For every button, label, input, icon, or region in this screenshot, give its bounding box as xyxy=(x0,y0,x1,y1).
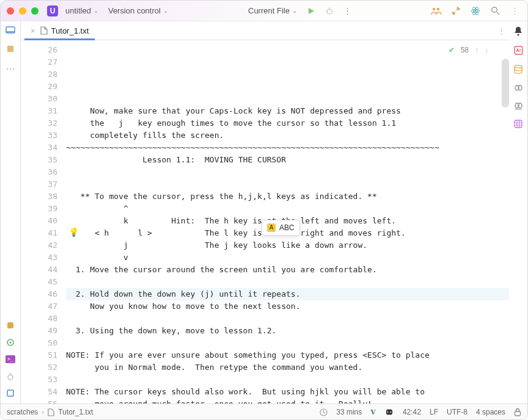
code-line[interactable] xyxy=(66,374,509,386)
ide-settings-icon[interactable] xyxy=(449,4,463,18)
copilot-chat-icon[interactable] xyxy=(514,102,523,110)
session-time[interactable]: 33 mins xyxy=(336,408,362,416)
intention-bulb-icon[interactable]: 💡 xyxy=(68,226,79,238)
code-line[interactable] xyxy=(66,276,509,288)
breadcrumb[interactable]: scratches › Tutor_1.txt xyxy=(7,408,93,416)
vertical-scrollbar[interactable] xyxy=(502,59,509,107)
database-tool-icon[interactable] xyxy=(514,65,522,74)
debug-button[interactable] xyxy=(323,4,336,18)
code-line[interactable] xyxy=(66,337,509,349)
clock-icon xyxy=(320,408,328,416)
project-badge[interactable]: U xyxy=(47,5,58,16)
next-problem-icon[interactable]: ↓ xyxy=(485,44,488,56)
svg-rect-22 xyxy=(7,390,13,396)
svg-text:>_: >_ xyxy=(7,357,13,362)
code-line[interactable]: Now you know how to move to the next les… xyxy=(66,300,509,313)
code-line[interactable]: NOTE: The cursor keys should also work. … xyxy=(66,386,509,398)
run-button[interactable] xyxy=(304,4,318,18)
code-line[interactable] xyxy=(66,166,509,178)
svg-point-23 xyxy=(518,34,519,36)
line-separator[interactable]: LF xyxy=(430,408,438,416)
code-line[interactable]: you in Normal mode. Then retype the comm… xyxy=(66,361,509,374)
main-menu-icon[interactable]: ⋮ xyxy=(508,4,521,18)
readonly-lock-icon[interactable] xyxy=(514,408,521,416)
code-line[interactable]: move around much faster, once you get us… xyxy=(66,398,509,404)
indent-settings[interactable]: 4 spaces xyxy=(476,408,505,416)
debug-tool-icon[interactable] xyxy=(6,372,15,380)
code-line[interactable]: 2. Hold down the down key (j) until it r… xyxy=(66,288,509,300)
code-line[interactable]: ^ xyxy=(66,203,509,215)
prev-problem-icon[interactable]: ↑ xyxy=(475,44,479,56)
breadcrumb-file: Tutor_1.txt xyxy=(58,408,93,416)
services-tool-icon[interactable] xyxy=(6,321,15,330)
vim-mode-icon[interactable]: V xyxy=(370,408,376,417)
caret-position[interactable]: 42:42 xyxy=(403,408,421,416)
file-tab-label: Tutor_1.txt xyxy=(51,26,89,35)
code-line[interactable]: completely fills the screen. xyxy=(66,129,509,142)
code-line[interactable]: j The j key looks like a down arrow. xyxy=(66,239,509,252)
svg-rect-15 xyxy=(7,322,13,328)
left-tool-strip: ⋯ >_ xyxy=(1,21,21,404)
copilot-status-icon[interactable] xyxy=(384,408,394,416)
run-config-label: Current File xyxy=(248,6,290,15)
svg-point-39 xyxy=(387,411,388,413)
code-line[interactable]: the j key enough times to move the curso… xyxy=(66,117,509,129)
code-line[interactable] xyxy=(66,313,509,325)
problems-tool-icon[interactable] xyxy=(6,389,15,397)
svg-point-25 xyxy=(515,65,522,68)
svg-rect-31 xyxy=(515,120,522,128)
sciview-icon[interactable] xyxy=(514,120,522,128)
completion-hint-popup[interactable]: AABC xyxy=(262,220,300,236)
code-line[interactable] xyxy=(66,93,509,105)
code-area[interactable]: ✔︎ 58 ↑ ↓ Now, make sure that your Caps-… xyxy=(66,40,509,404)
code-line[interactable]: 1. Move the cursor around the screen unt… xyxy=(66,264,509,276)
chevron-down-icon: ⌄ xyxy=(163,7,168,14)
tab-options-icon[interactable]: ⋮ xyxy=(497,26,505,35)
hint-icon: A xyxy=(267,223,276,232)
ai-assistant-icon[interactable] xyxy=(469,4,482,18)
zoom-window[interactable] xyxy=(31,7,38,15)
svg-point-5 xyxy=(437,7,439,10)
breadcrumb-separator-icon: › xyxy=(42,408,44,416)
more-actions-button[interactable]: ⋮ xyxy=(341,4,354,18)
project-name: untitled xyxy=(65,6,91,15)
code-line[interactable]: Now, make sure that your Caps-Lock key i… xyxy=(66,105,509,117)
run-config-selector[interactable]: Current File ⌄ xyxy=(246,6,299,15)
code-line[interactable]: NOTE: If you are ever unsure about somet… xyxy=(66,349,509,361)
code-line[interactable] xyxy=(66,178,509,190)
minimize-window[interactable] xyxy=(19,7,26,15)
svg-rect-41 xyxy=(515,411,521,416)
terminal-tool-icon[interactable]: >_ xyxy=(6,355,15,363)
close-tab-icon[interactable]: × xyxy=(31,26,35,35)
right-tool-strip xyxy=(509,21,527,404)
code-line[interactable]: 3. Using the down key, move to lesson 1.… xyxy=(66,325,509,337)
notifications-icon[interactable] xyxy=(514,26,522,36)
close-window[interactable] xyxy=(7,7,14,15)
ide-window: U untitled ⌄ Version control ⌄ Current F… xyxy=(0,0,528,420)
code-line[interactable]: Lesson 1.1: MOVING THE CURSOR xyxy=(66,154,509,166)
breadcrumb-root: scratches xyxy=(7,408,38,416)
editor-tabs: × Tutor_1.txt ⋮ xyxy=(21,21,509,40)
svg-point-20 xyxy=(8,375,13,380)
chevron-down-icon: ⌄ xyxy=(94,7,98,14)
code-line[interactable]: ** To move the cursor, press the h,j,k,l… xyxy=(66,190,509,203)
line-gutter: 2627282930313233343536373839404142434445… xyxy=(21,40,66,404)
code-line[interactable]: v xyxy=(66,252,509,264)
project-selector[interactable]: untitled ⌄ xyxy=(63,6,101,15)
more-tools-icon[interactable]: ⋯ xyxy=(6,64,15,74)
vcs-widget[interactable]: Version control ⌄ xyxy=(106,6,170,15)
structure-tool-icon[interactable] xyxy=(6,45,15,53)
editor[interactable]: 2627282930313233343536373839404142434445… xyxy=(21,40,509,404)
ai-chat-icon[interactable] xyxy=(514,46,523,55)
file-encoding[interactable]: UTF-8 xyxy=(447,408,468,416)
vcs-label: Version control xyxy=(108,6,161,15)
code-line[interactable]: ~~~~~~~~~~~~~~~~~~~~~~~~~~~~~~~~~~~~~~~~… xyxy=(66,142,509,154)
project-tool-icon[interactable] xyxy=(6,26,15,34)
python-packages-icon[interactable] xyxy=(6,338,15,347)
inspection-widget[interactable]: ✔︎ 58 ↑ ↓ xyxy=(449,44,488,56)
copilot-panel-icon[interactable] xyxy=(514,84,523,92)
file-tab[interactable]: × Tutor_1.txt xyxy=(24,21,95,40)
search-everywhere-icon[interactable] xyxy=(488,4,502,18)
code-with-me-icon[interactable] xyxy=(430,4,443,18)
problems-count: 58 xyxy=(461,44,469,56)
